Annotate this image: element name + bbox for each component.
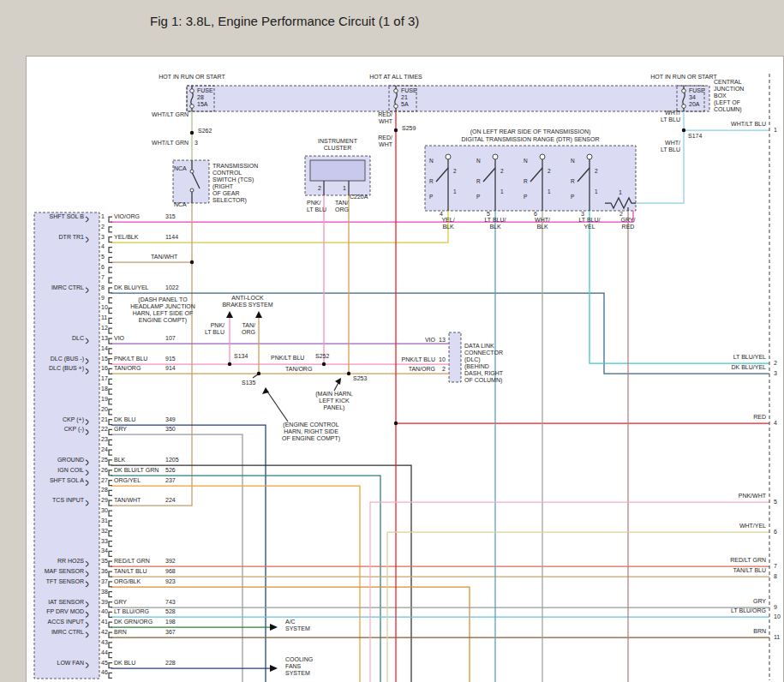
pin-tick [109,511,112,516]
pin-tick [109,521,112,526]
splice-dot-s262 [190,131,194,135]
wire-pnk-lt-blu [111,195,449,364]
wire-pnk-wht [370,502,769,682]
wire-dk-blu-yel [111,293,769,374]
pin-tick [109,308,112,314]
fuse-34-terminal-bottom [682,105,686,109]
pin-tick [109,349,112,354]
pin-tick [109,531,112,536]
pin-tick [109,227,112,232]
instrument-cluster-inner-box [310,160,365,181]
pin-tick [109,298,112,303]
pin-tick [109,622,112,627]
wire-lt-blu-yel [589,211,769,363]
pin-tick [109,632,112,637]
pin-tick [109,359,112,364]
abs-arrow-pnk-icon [226,311,233,318]
wire-blk [111,465,411,682]
tcs-contact-bottom [190,188,194,192]
wire-tan-wht [111,203,192,506]
pin-tick [109,481,112,486]
wire-vio-org [111,211,633,222]
dtr-switch-contact [540,154,545,159]
dtr-sensor-box [425,146,636,211]
dtr-switch-label: R [429,178,434,184]
pin-tick [109,500,112,506]
fuse-21-terminal-bottom [394,105,398,109]
dtr-switch-label: 2 [500,168,504,174]
dtr-switch-label: 1 [595,188,598,194]
wire-wht-lt-blu [636,111,769,203]
pin-tick [109,237,112,242]
pin-tick [109,450,112,455]
splice-dot-s134 [228,362,231,366]
wiring-diagram-svg: N2R1PN2R1PN2R1PN2R1P [0,0,784,682]
pin-tick [109,278,112,283]
pin-tick [109,460,112,465]
fuse-28-terminal-top [190,89,195,93]
dtr-switch-label: P [429,194,433,200]
splice-dot-s174 [682,129,685,132]
fuse-34-terminal-top [682,89,686,93]
pin-tick [109,328,112,333]
pin-tick [109,653,112,658]
dtr-switch-label: 1 [500,188,504,194]
dtr-switch-label: R [524,178,528,184]
pin-tick [109,571,112,577]
s135-leader [253,374,258,378]
dtr-switch-label: P [524,194,527,200]
pin-tick [109,490,112,495]
wire-gry-ckp [111,434,242,682]
dtr-switch-label: P [476,194,480,200]
dtr-switch-label: N [524,158,528,164]
pin-tick [109,592,112,597]
splice-dot-s135 [257,372,260,375]
pin-tick [109,338,112,344]
junction-dot-tcs [190,260,194,264]
dtr-switch-contact [493,154,498,159]
dtr-switch-contact [446,154,451,159]
junction-dot-red [394,422,398,425]
splice-dot-s253 [347,372,350,375]
wire-org-yel [111,486,360,682]
pin-tick [109,318,112,323]
dtr-switch-label: 2 [548,168,551,174]
splice-dot-s259 [394,129,398,132]
dtr-switch-label: N [429,158,434,164]
fuse-28-terminal-bottom [190,105,195,109]
dtr-switch-label: 1 [453,188,457,194]
pin-tick [109,288,112,293]
dtr-switch-contact [587,154,592,159]
dtr-switch-label: P [571,194,574,200]
pin-tick [109,602,112,607]
fuse-21-terminal-top [394,89,398,93]
pin-tick [109,663,112,668]
dtr-switch-label: N [571,158,575,164]
screenshot-stage: Fig 1: 3.8L, Engine Performance Circuit … [0,0,784,682]
pin-tick [109,267,112,272]
dtr-switch-label: 2 [595,168,598,174]
dtr-switch-label: 1 [548,188,551,194]
pin-tick [109,217,112,222]
wire-dk-blu-lt-grn [111,476,380,682]
pin-tick [109,470,112,476]
pcm-connector-box [34,212,99,679]
pin-tick [109,643,112,648]
abs-arrow-tan-icon [255,311,262,318]
cooling-fans-arrow-icon [270,665,278,672]
central-junction-box [187,86,709,111]
engine-harn-leader [267,392,288,422]
dtr-switch-label: N [476,158,481,164]
splice-dot-s252 [322,362,326,366]
pin-tick [109,389,112,394]
wire-org-blk [111,587,470,682]
pin-tick [109,399,112,404]
wire-yel-blk [111,211,448,242]
dtr-switch-label: R [476,178,481,184]
pin-tick [109,379,112,384]
pin-tick [109,541,112,547]
tcs-box [173,160,209,203]
ac-system-arrow-icon [270,624,278,631]
dlc-box [449,332,461,382]
pin-tick [109,420,112,425]
